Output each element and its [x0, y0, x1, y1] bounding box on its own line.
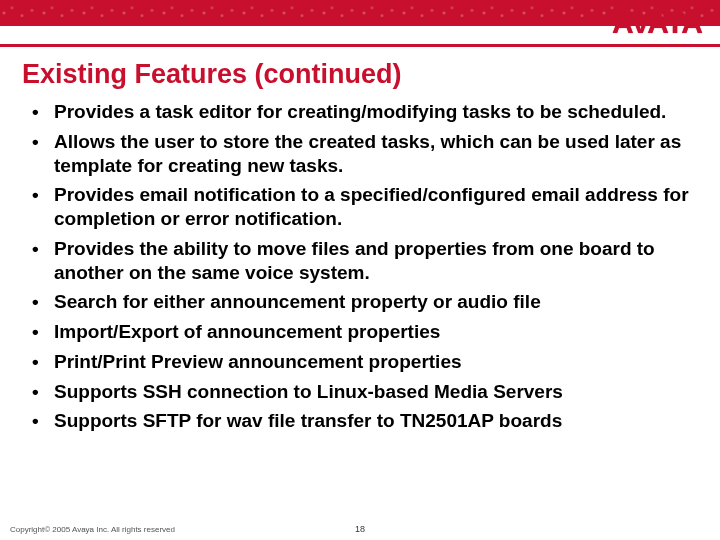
list-item: Allows the user to store the created tas… — [50, 130, 698, 178]
list-item: Supports SFTP for wav file transfer to T… — [50, 409, 698, 433]
list-item: Search for either announcement property … — [50, 290, 698, 314]
bullet-list: Provides a task editor for creating/modi… — [22, 100, 698, 433]
slide-title: Existing Features (continued) — [22, 59, 698, 90]
list-item: Supports SSH connection to Linux-based M… — [50, 380, 698, 404]
list-item: Print/Print Preview announcement propert… — [50, 350, 698, 374]
list-item: Provides the ability to move files and p… — [50, 237, 698, 285]
list-item: Provides a task editor for creating/modi… — [50, 100, 698, 124]
slide-content: Existing Features (continued) Provides a… — [0, 47, 720, 433]
brand-logo-text: AVAYA — [612, 6, 702, 40]
brand-logo: AVAYA — [612, 6, 702, 40]
copyright-text: Copyright© 2005 Avaya Inc. All rights re… — [10, 525, 175, 534]
list-item: Import/Export of announcement properties — [50, 320, 698, 344]
list-item: Provides email notification to a specifi… — [50, 183, 698, 231]
page-number: 18 — [355, 524, 365, 534]
